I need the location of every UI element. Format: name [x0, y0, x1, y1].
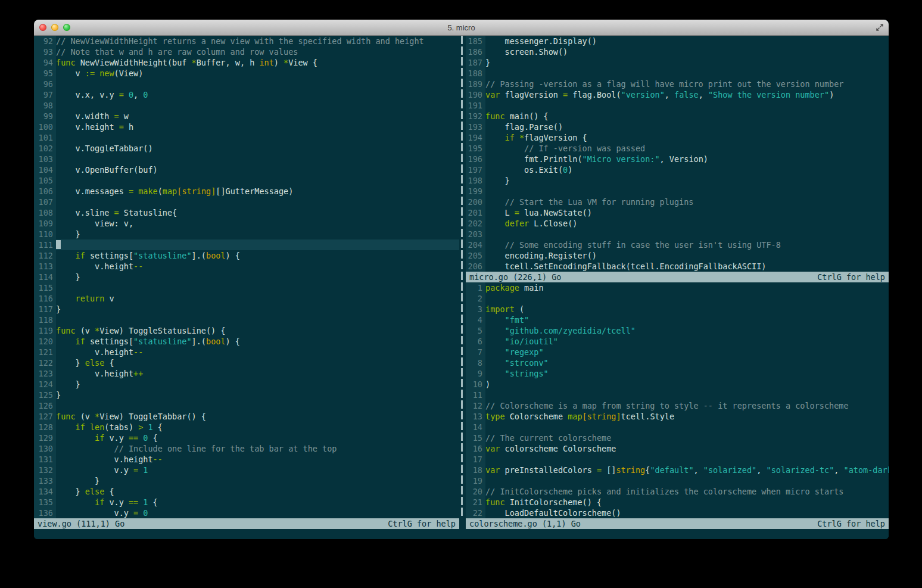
close-button[interactable] — [39, 24, 46, 31]
code-line[interactable]: 123 v.height++ — [34, 368, 459, 379]
code-line[interactable]: 15// The current colorscheme — [466, 433, 889, 443]
code-line[interactable]: 190var flagVersion = flag.Bool("version"… — [466, 89, 889, 100]
code-line[interactable]: 131 v.height-- — [34, 454, 459, 465]
code-line[interactable]: 124 } — [34, 379, 459, 390]
code-line[interactable]: 186 screen.Show() — [466, 46, 889, 57]
code-line[interactable]: 191 — [466, 100, 889, 111]
code-line[interactable]: 194 if *flagVersion { — [466, 132, 889, 143]
code-line[interactable]: 95 v := new(View) — [34, 68, 459, 79]
code-line[interactable]: 19 — [466, 475, 889, 486]
code-line[interactable]: 195 // If -version was passed — [466, 143, 889, 154]
code-line[interactable]: 113 v.height-- — [34, 261, 459, 272]
code-line[interactable]: 100 v.height = h — [34, 122, 459, 132]
code-line[interactable]: 7 "regexp" — [466, 347, 889, 357]
code-line[interactable]: 93// Note that w and h are raw column an… — [34, 46, 459, 57]
code-line[interactable]: 129 if v.y == 0 { — [34, 433, 459, 443]
code-line[interactable]: 126 — [34, 400, 459, 411]
code-line[interactable]: 109 view: v, — [34, 218, 459, 229]
code-line[interactable]: 202 defer L.Close() — [466, 218, 889, 229]
code-line[interactable]: 102 v.ToggleTabbar() — [34, 143, 459, 154]
code-line[interactable]: 117} — [34, 304, 459, 315]
code-line[interactable]: 192func main() { — [466, 111, 889, 122]
code-line[interactable]: 199 — [466, 186, 889, 197]
code-line[interactable]: 120 if settings["statusline"].(bool) { — [34, 336, 459, 347]
code-line[interactable]: 11 — [466, 390, 889, 400]
code-line[interactable]: 5 "github.com/zyedidia/tcell" — [466, 325, 889, 336]
code-line[interactable]: 132 v.y = 1 — [34, 465, 459, 475]
code-line[interactable]: 6 "io/ioutil" — [466, 336, 889, 347]
code-line[interactable]: 16var colorscheme Colorscheme — [466, 443, 889, 454]
code-line[interactable]: 204 // Some encoding stuff in case the u… — [466, 239, 889, 250]
code-line[interactable]: 116 return v — [34, 293, 459, 304]
code-line[interactable]: 94func NewViewWidthHeight(buf *Buffer, w… — [34, 57, 459, 68]
code-line[interactable]: 96 — [34, 79, 459, 89]
code-line[interactable]: 135 if v.y == 1 { — [34, 497, 459, 508]
pane-micro-go[interactable]: 185 messenger.Display()186 screen.Show()… — [466, 36, 889, 272]
command-line[interactable] — [34, 529, 889, 539]
code-line[interactable]: 20// InitColorscheme picks and initializ… — [466, 486, 889, 497]
code-line[interactable]: 193 flag.Parse() — [466, 122, 889, 132]
code-line[interactable]: 18var preInstalledColors = []string{"def… — [466, 465, 889, 475]
minimize-button[interactable] — [51, 24, 58, 31]
code-line[interactable]: 92// NewViewWidthHeight returns a new vi… — [34, 36, 459, 46]
code-line[interactable]: 188 — [466, 68, 889, 79]
code-line[interactable]: 12// Colorscheme is a map from string to… — [466, 400, 889, 411]
code-line[interactable]: 22 LoadDefaultColorscheme() — [466, 508, 889, 518]
zoom-button[interactable] — [63, 24, 70, 31]
code-line[interactable]: 205 encoding.Register() — [466, 250, 889, 261]
code-line[interactable]: 114 } — [34, 272, 459, 282]
code-line[interactable]: 125} — [34, 390, 459, 400]
code-line[interactable]: 127func (v *View) ToggleTabbar() { — [34, 411, 459, 422]
code-line[interactable]: 128 if len(tabs) > 1 { — [34, 422, 459, 433]
code-line[interactable]: 4 "fmt" — [466, 315, 889, 325]
code-line[interactable]: 203 — [466, 229, 889, 239]
code-line[interactable]: 98 — [34, 100, 459, 111]
code-line[interactable]: 1package main — [466, 282, 889, 293]
code-line[interactable]: 108 v.sline = Statusline{ — [34, 207, 459, 218]
code-line[interactable]: 10) — [466, 379, 889, 390]
code-line[interactable]: 8 "strconv" — [466, 357, 889, 368]
code-line[interactable]: 196 fmt.Println("Micro version:", Versio… — [466, 154, 889, 164]
code-line[interactable]: 115 — [34, 282, 459, 293]
code-line[interactable]: 112 if settings["statusline"].(bool) { — [34, 250, 459, 261]
code-line[interactable]: 119func (v *View) ToggleStatusLine() { — [34, 325, 459, 336]
code-line[interactable]: 104 v.OpenBuffer(buf) — [34, 164, 459, 175]
titlebar[interactable]: 5. micro — [34, 20, 889, 36]
code-line[interactable]: 185 messenger.Display() — [466, 36, 889, 46]
code-line[interactable]: 133 } — [34, 475, 459, 486]
code-line[interactable]: 122 } else { — [34, 357, 459, 368]
resize-icon[interactable] — [875, 23, 884, 32]
code-line[interactable]: 121 v.height-- — [34, 347, 459, 357]
pane-view-go[interactable]: 92// NewViewWidthHeight returns a new vi… — [34, 36, 459, 518]
code-line[interactable]: 14 — [466, 422, 889, 433]
code-line[interactable]: 136 v.y = 0 — [34, 508, 459, 518]
code-line[interactable]: 110 } — [34, 229, 459, 239]
code-line[interactable]: 118 — [34, 315, 459, 325]
code-line[interactable]: 13type Colorscheme map[string]tcell.Styl… — [466, 411, 889, 422]
code-line[interactable]: 17 — [466, 454, 889, 465]
code-line[interactable]: 106 v.messages = make(map[string][]Gutte… — [34, 186, 459, 197]
code-line[interactable]: 107 — [34, 197, 459, 207]
pane-colorscheme-go[interactable]: 1package main23import (4 "fmt"5 "github.… — [466, 282, 889, 518]
code-line[interactable]: 3import ( — [466, 304, 889, 315]
code-line[interactable]: 206 tcell.SetEncodingFallback(tcell.Enco… — [466, 261, 889, 272]
code-line[interactable]: 2 — [466, 293, 889, 304]
code-line[interactable]: 99 v.width = w — [34, 111, 459, 122]
code-line[interactable]: 21func InitColorscheme() { — [466, 497, 889, 508]
code-line[interactable]: 97 v.x, v.y = 0, 0 — [34, 89, 459, 100]
split-divider[interactable] — [459, 36, 466, 518]
split-divider-bar — [461, 36, 463, 518]
code-line[interactable]: 101 — [34, 132, 459, 143]
code-line[interactable]: 105 — [34, 175, 459, 186]
code-line[interactable]: 9 "strings" — [466, 368, 889, 379]
code-line[interactable]: 197 os.Exit(0) — [466, 164, 889, 175]
code-line[interactable]: 103 — [34, 154, 459, 164]
code-line[interactable]: 187} — [466, 57, 889, 68]
code-line[interactable]: 111 — [34, 239, 459, 250]
code-line[interactable]: 201 L = lua.NewState() — [466, 207, 889, 218]
code-line[interactable]: 200 // Start the Lua VM for running plug… — [466, 197, 889, 207]
code-line[interactable]: 130 // Include one line for the tab bar … — [34, 443, 459, 454]
code-line[interactable]: 134 } else { — [34, 486, 459, 497]
code-line[interactable]: 198 } — [466, 175, 889, 186]
code-line[interactable]: 189// Passing -version as a flag will ha… — [466, 79, 889, 89]
